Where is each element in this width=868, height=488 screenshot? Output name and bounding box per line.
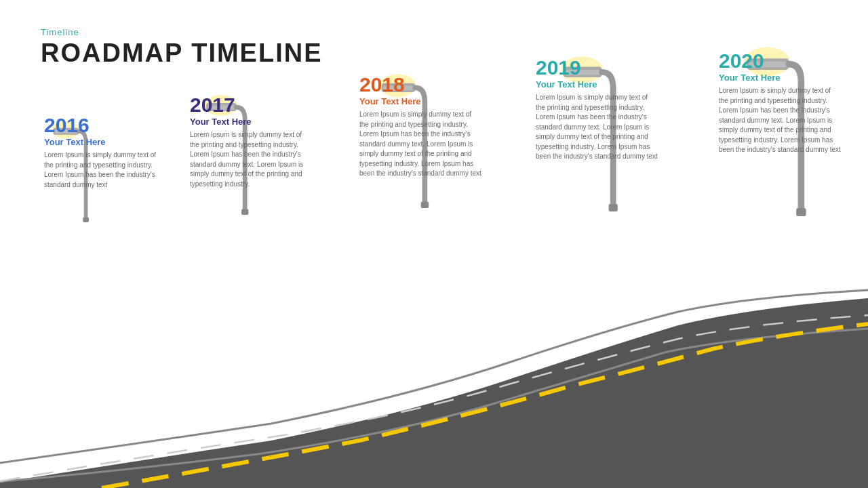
svg-rect-1 (54, 128, 79, 135)
lorem-2020: Lorem Ipsum is simply dummy text of the … (719, 86, 841, 155)
svg-rect-18 (749, 62, 787, 67)
svg-rect-6 (208, 106, 235, 110)
road-illustration (0, 203, 868, 488)
your-text-2017: Your Text Here (190, 117, 322, 127)
lamp-2020 (743, 37, 840, 219)
svg-point-16 (744, 47, 789, 76)
lorem-2017: Lorem Ipsum is simply dummy text of the … (190, 130, 312, 189)
lamp-2017 (203, 88, 273, 218)
svg-point-12 (561, 56, 603, 83)
timeline-item-2016: 2016Your Text HereLorem Ipsum is simply … (44, 115, 176, 190)
svg-point-0 (52, 121, 79, 139)
year-2018: 2018 (359, 75, 492, 95)
timeline-item-2019: 2019Your Text HereLorem Ipsum is simply … (536, 58, 668, 162)
svg-point-4 (205, 95, 237, 116)
lorem-2019: Lorem Ipsum is simply dummy text of the … (536, 93, 658, 162)
lamp-2018 (378, 66, 456, 211)
timeline-item-2017: 2017Your Text HereLorem Ipsum is simply … (190, 95, 322, 189)
lamp-2019 (559, 47, 649, 214)
svg-point-8 (380, 74, 416, 97)
year-2016: 2016 (44, 115, 176, 136)
year-2019: 2019 (536, 58, 668, 78)
year-2020: 2020 (719, 51, 851, 71)
svg-rect-13 (564, 67, 602, 77)
header: Timeline ROADMAP TIMELINE (41, 27, 323, 68)
header-sub-label: Timeline (41, 27, 323, 37)
svg-rect-2 (55, 130, 77, 134)
svg-rect-10 (384, 86, 414, 91)
lorem-2018: Lorem Ipsum is simply dummy text of the … (359, 110, 481, 179)
timeline-item-2018: 2018Your Text HereLorem Ipsum is simply … (359, 75, 492, 179)
svg-rect-9 (382, 83, 415, 92)
svg-rect-5 (206, 103, 236, 111)
header-title: ROADMAP TIMELINE (41, 39, 323, 68)
lorem-2016: Lorem Ipsum is simply dummy text of the … (44, 150, 166, 190)
your-text-2016: Your Text Here (44, 137, 176, 147)
svg-rect-17 (747, 58, 789, 70)
your-text-2020: Your Text Here (719, 73, 851, 83)
year-2017: 2017 (190, 95, 322, 115)
svg-rect-14 (566, 70, 600, 75)
your-text-2019: Your Text Here (536, 79, 668, 89)
timeline-item-2020: 2020Your Text HereLorem Ipsum is simply … (719, 51, 851, 155)
your-text-2018: Your Text Here (359, 96, 492, 106)
